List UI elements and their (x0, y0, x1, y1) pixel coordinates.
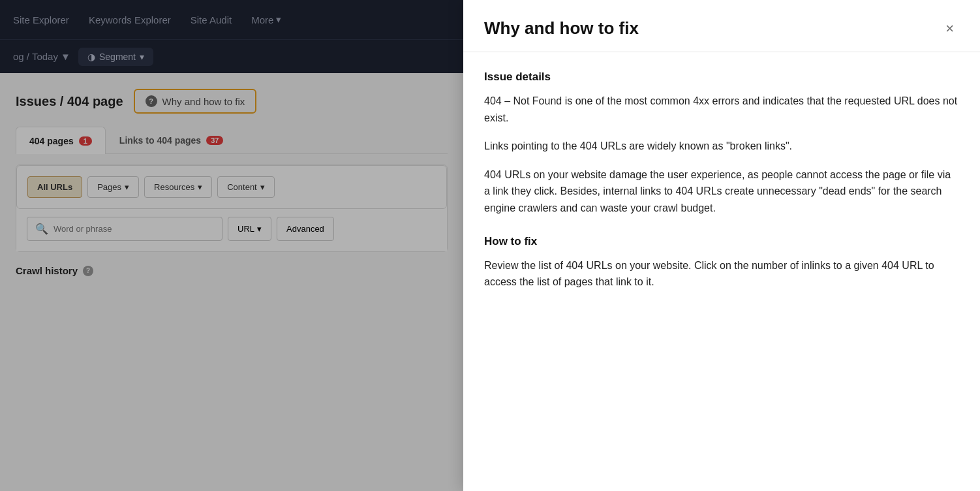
close-button[interactable]: × (940, 19, 959, 39)
panel-body: Issue details 404 – Not Found is one of … (463, 52, 980, 491)
issue-details-heading: Issue details (484, 71, 959, 84)
how-to-fix-heading: How to fix (484, 235, 959, 248)
issue-details-text-1: 404 – Not Found is one of the most commo… (484, 93, 959, 126)
panel-title: Why and how to fix (484, 18, 639, 39)
why-how-to-fix-panel: Why and how to fix × Issue details 404 –… (463, 0, 980, 491)
issue-details-text-3: 404 URLs on your website damage the user… (484, 166, 959, 217)
issue-details-section: Issue details 404 – Not Found is one of … (484, 71, 959, 217)
how-to-fix-text: Review the list of 404 URLs on your webs… (484, 257, 959, 291)
panel-header: Why and how to fix × (463, 0, 980, 52)
issue-details-text-2: Links pointing to the 404 URLs are widel… (484, 138, 959, 155)
how-to-fix-section: How to fix Review the list of 404 URLs o… (484, 235, 959, 291)
background-overlay (0, 0, 463, 491)
